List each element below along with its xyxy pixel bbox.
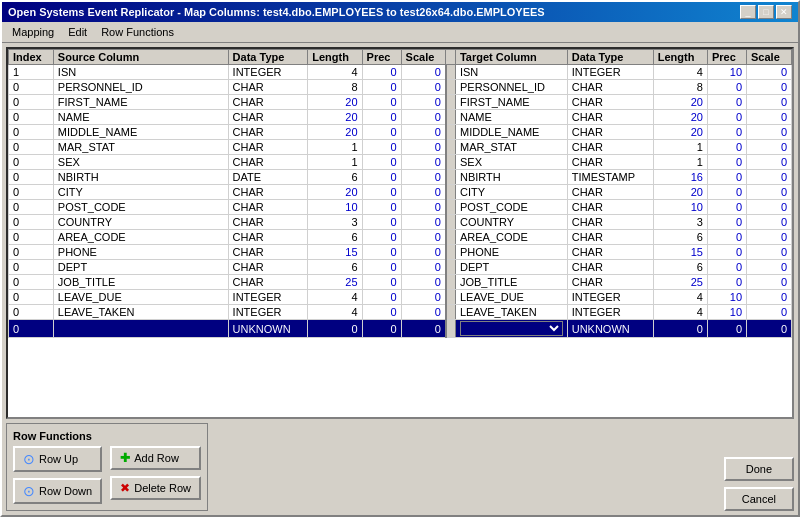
cell-tgt-col: PERSONNEL_ID — [455, 80, 567, 95]
cell-index: 0 — [9, 95, 54, 110]
cell-src-prec: 0 — [362, 65, 401, 80]
cell-tgt-prec: 0 — [707, 110, 746, 125]
table-row[interactable]: 0 AREA_CODE CHAR 6 0 0 AREA_CODE CHAR 6 … — [9, 230, 792, 245]
cell-src-scale: 0 — [401, 200, 446, 215]
cell-src-scale: 0 — [401, 215, 446, 230]
table-row[interactable]: 0 POST_CODE CHAR 10 0 0 POST_CODE CHAR 1… — [9, 200, 792, 215]
cell-src-type: CHAR — [228, 215, 308, 230]
cell-src-scale: 0 — [401, 95, 446, 110]
header-src-length: Length — [308, 50, 362, 65]
table-row[interactable]: 0 CITY CHAR 20 0 0 CITY CHAR 20 0 0 — [9, 185, 792, 200]
minimize-button[interactable]: _ — [740, 5, 756, 19]
cell-src-len: 1 — [308, 140, 362, 155]
cell-src-scale: 0 — [401, 65, 446, 80]
cell-index: 0 — [9, 230, 54, 245]
cell-divider — [446, 200, 456, 215]
cell-tgt-type: CHAR — [567, 155, 653, 170]
cell-src-type: DATE — [228, 170, 308, 185]
cell-src-type: INTEGER — [228, 65, 308, 80]
cell-last-src-col[interactable] — [53, 320, 228, 338]
cell-tgt-type: CHAR — [567, 215, 653, 230]
cell-tgt-scale: 0 — [747, 275, 792, 290]
cell-tgt-len: 20 — [653, 95, 707, 110]
table-row[interactable]: 0 MAR_STAT CHAR 1 0 0 MAR_STAT CHAR 1 0 … — [9, 140, 792, 155]
cell-src-type: CHAR — [228, 275, 308, 290]
maximize-button[interactable]: □ — [758, 5, 774, 19]
cell-tgt-type: CHAR — [567, 200, 653, 215]
row-down-button[interactable]: ⊙ Row Down — [13, 478, 102, 504]
cell-tgt-col: NBIRTH — [455, 170, 567, 185]
cell-src-scale: 0 — [401, 275, 446, 290]
cell-tgt-len: 16 — [653, 170, 707, 185]
table-row[interactable]: 0 JOB_TITLE CHAR 25 0 0 JOB_TITLE CHAR 2… — [9, 275, 792, 290]
cell-tgt-len: 3 — [653, 215, 707, 230]
cell-tgt-prec: 0 — [707, 215, 746, 230]
cell-src-prec: 0 — [362, 155, 401, 170]
main-window: Open Systems Event Replicator - Map Colu… — [0, 0, 800, 517]
cell-index: 0 — [9, 125, 54, 140]
cell-divider — [446, 65, 456, 80]
src-col-input[interactable] — [58, 323, 224, 335]
cell-last-tgt-prec: 0 — [707, 320, 746, 338]
close-button[interactable]: ✕ — [776, 5, 792, 19]
table-row[interactable]: 0 COUNTRY CHAR 3 0 0 COUNTRY CHAR 3 0 0 — [9, 215, 792, 230]
table-row[interactable]: 0 MIDDLE_NAME CHAR 20 0 0 MIDDLE_NAME CH… — [9, 125, 792, 140]
header-target-column: Target Column — [455, 50, 567, 65]
table-row[interactable]: 0 LEAVE_TAKEN INTEGER 4 0 0 LEAVE_TAKEN … — [9, 305, 792, 320]
cell-src-type: CHAR — [228, 125, 308, 140]
delete-row-button[interactable]: ✖ Delete Row — [110, 476, 201, 500]
cell-src-scale: 0 — [401, 260, 446, 275]
cell-last-index: 0 — [9, 320, 54, 338]
header-tgt-length: Length — [653, 50, 707, 65]
cell-divider — [446, 125, 456, 140]
cell-src-col: CITY — [53, 185, 228, 200]
cell-src-prec: 0 — [362, 140, 401, 155]
cell-tgt-type: CHAR — [567, 125, 653, 140]
cell-src-len: 6 — [308, 170, 362, 185]
cell-src-type: INTEGER — [228, 305, 308, 320]
table-row[interactable]: 0 LEAVE_DUE INTEGER 4 0 0 LEAVE_DUE INTE… — [9, 290, 792, 305]
cell-tgt-col: MAR_STAT — [455, 140, 567, 155]
cell-src-col: LEAVE_DUE — [53, 290, 228, 305]
columns-table-container[interactable]: Index Source Column Data Type Length Pre… — [6, 47, 794, 419]
cell-tgt-scale: 0 — [747, 110, 792, 125]
cell-src-col: LEAVE_TAKEN — [53, 305, 228, 320]
action-buttons: Done Cancel — [724, 457, 794, 511]
cell-src-scale: 0 — [401, 125, 446, 140]
cell-tgt-type: CHAR — [567, 230, 653, 245]
table-row[interactable]: 0 DEPT CHAR 6 0 0 DEPT CHAR 6 0 0 — [9, 260, 792, 275]
cell-tgt-scale: 0 — [747, 290, 792, 305]
table-row[interactable]: 0 PHONE CHAR 15 0 0 PHONE CHAR 15 0 0 — [9, 245, 792, 260]
table-last-row[interactable]: 0 UNKNOWN 0 0 0 UNKNOWN 0 0 0 — [9, 320, 792, 338]
cell-src-col: MIDDLE_NAME — [53, 125, 228, 140]
cell-src-len: 15 — [308, 245, 362, 260]
cell-last-tgt-len: 0 — [653, 320, 707, 338]
menu-mapping[interactable]: Mapping — [6, 24, 60, 40]
table-row[interactable]: 0 SEX CHAR 1 0 0 SEX CHAR 1 0 0 — [9, 155, 792, 170]
done-button[interactable]: Done — [724, 457, 794, 481]
table-row[interactable]: 0 NBIRTH DATE 6 0 0 NBIRTH TIMESTAMP 16 … — [9, 170, 792, 185]
tgt-col-select[interactable] — [460, 321, 563, 336]
table-row[interactable]: 0 PERSONNEL_ID CHAR 8 0 0 PERSONNEL_ID C… — [9, 80, 792, 95]
cell-src-len: 20 — [308, 185, 362, 200]
cell-tgt-col: COUNTRY — [455, 215, 567, 230]
table-row[interactable]: 0 NAME CHAR 20 0 0 NAME CHAR 20 0 0 — [9, 110, 792, 125]
cell-src-scale: 0 — [401, 170, 446, 185]
table-row[interactable]: 1 ISN INTEGER 4 0 0 ISN INTEGER 4 10 0 — [9, 65, 792, 80]
cell-tgt-prec: 0 — [707, 185, 746, 200]
cell-tgt-prec: 0 — [707, 80, 746, 95]
cell-tgt-scale: 0 — [747, 200, 792, 215]
add-row-button[interactable]: ✚ Add Row — [110, 446, 201, 470]
cell-tgt-col: NAME — [455, 110, 567, 125]
cell-index: 1 — [9, 65, 54, 80]
row-up-button[interactable]: ⊙ Row Up — [13, 446, 102, 472]
cancel-button[interactable]: Cancel — [724, 487, 794, 511]
cell-tgt-scale: 0 — [747, 245, 792, 260]
menu-row-functions[interactable]: Row Functions — [95, 24, 180, 40]
cell-tgt-scale: 0 — [747, 80, 792, 95]
cell-index: 0 — [9, 185, 54, 200]
cell-last-tgt-col[interactable] — [455, 320, 567, 338]
cell-src-scale: 0 — [401, 290, 446, 305]
table-row[interactable]: 0 FIRST_NAME CHAR 20 0 0 FIRST_NAME CHAR… — [9, 95, 792, 110]
menu-edit[interactable]: Edit — [62, 24, 93, 40]
